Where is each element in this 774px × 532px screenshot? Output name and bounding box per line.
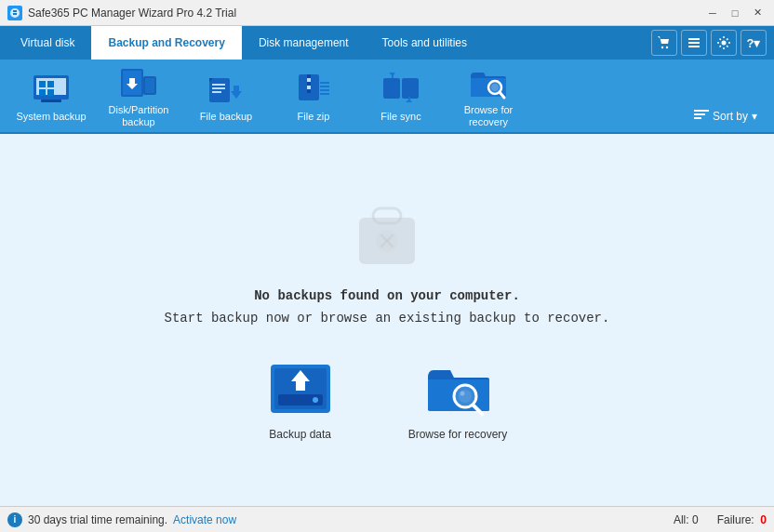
svg-rect-27 [307,74,311,78]
browse-recovery-button[interactable]: Browse for recovery [408,353,508,441]
svg-rect-24 [212,91,221,93]
tab-virtual-disk[interactable]: Virtual disk [4,26,91,60]
toolbar-disk-backup[interactable]: Disk/Partitionbackup [97,62,180,129]
file-backup-icon [207,68,246,107]
list-button[interactable] [681,30,707,56]
file-zip-icon [294,68,333,107]
empty-message-1: No backups found on your computer. [254,288,520,303]
toolbar-system-backup[interactable]: System backup [9,62,93,129]
window-controls: ─ □ ✕ [703,5,767,21]
info-icon: i [7,512,22,527]
failure-value: 0 [760,513,767,526]
browse-recovery-label: Browse forrecovery [464,104,514,128]
svg-rect-28 [307,78,311,82]
file-zip-label: File zip [298,111,330,123]
close-button[interactable]: ✕ [748,5,767,21]
svg-point-1 [661,47,663,48]
tabs-left: Virtual disk Backup and Recovery Disk ma… [4,26,484,60]
activate-link[interactable]: Activate now [173,513,236,526]
toolbar-items: System backup Disk/Partitionbackup [9,60,530,132]
toolbar-browse-recovery[interactable]: Browse forrecovery [447,62,530,129]
titlebar: Safe365 PC Manager Wizard Pro 4.2 Trial … [0,0,774,26]
svg-point-61 [460,392,464,396]
browse-recovery-action-icon [424,353,491,420]
tabbar: Virtual disk Backup and Recovery Disk ma… [0,26,774,60]
app-icon [7,6,22,20]
svg-rect-19 [145,78,154,93]
svg-rect-14 [47,89,54,96]
svg-point-2 [666,47,668,48]
svg-rect-37 [402,78,419,99]
svg-rect-35 [320,93,329,95]
statusbar: i 30 days trial time remaining. Activate… [0,506,774,532]
svg-rect-32 [320,82,329,84]
svg-point-56 [313,397,318,403]
empty-message-2: Start backup now or browse an existing b… [165,311,610,326]
backup-data-icon [267,353,334,420]
titlebar-left: Safe365 PC Manager Wizard Pro 4.2 Trial [7,6,236,20]
svg-rect-36 [383,78,400,99]
system-backup-icon [32,68,71,107]
trial-text: 30 days trial time remaining. [28,513,167,526]
statusbar-left: i 30 days trial time remaining. Activate… [7,512,236,527]
svg-rect-34 [320,89,329,91]
svg-rect-23 [212,87,225,89]
svg-rect-46 [694,113,705,115]
sort-button[interactable]: Sort by ▾ [694,110,765,132]
svg-rect-22 [212,84,225,86]
svg-marker-25 [231,86,242,99]
svg-rect-45 [694,110,709,112]
svg-rect-29 [307,82,311,86]
browse-recovery-icon [469,63,508,100]
tab-backup-recovery[interactable]: Backup and Recovery [91,26,241,60]
action-buttons: Backup data Browse for recovery [267,353,508,441]
svg-rect-31 [307,89,311,93]
toolbar-file-backup[interactable]: File backup [184,62,268,129]
svg-rect-5 [688,46,700,47]
svg-point-60 [459,390,472,403]
system-backup-label: System backup [16,111,86,123]
file-sync-icon [381,68,420,107]
browse-recovery-action-label: Browse for recovery [408,428,508,441]
disk-backup-label: Disk/Partitionbackup [109,104,169,128]
svg-rect-13 [39,89,46,96]
svg-rect-30 [307,86,311,89]
file-sync-label: File sync [380,111,420,123]
svg-rect-4 [688,42,700,44]
svg-rect-39 [392,73,394,78]
tab-disk-management[interactable]: Disk management [242,26,366,60]
tab-tools-utilities[interactable]: Tools and utilities [366,26,484,60]
main-content: No backups found on your computer. Start… [0,134,774,506]
backup-data-button[interactable]: Backup data [267,353,334,441]
svg-rect-47 [694,117,701,119]
all-count: All: 0 [674,513,699,526]
file-backup-label: File backup [200,111,252,123]
disk-backup-icon [119,63,158,100]
statusbar-right: All: 0 Failure: 0 [674,513,767,526]
svg-rect-20 [209,78,230,102]
empty-state-icon [350,199,424,273]
svg-rect-10 [41,100,61,102]
svg-rect-12 [47,81,54,87]
gear-button[interactable] [711,30,737,56]
tabs-right: ?▾ [651,26,770,60]
help-button[interactable]: ?▾ [741,30,767,56]
maximize-button[interactable]: □ [726,5,744,21]
toolbar: System backup Disk/Partitionbackup [0,60,774,134]
backup-data-label: Backup data [269,428,331,441]
svg-rect-11 [39,81,46,87]
toolbar-file-zip[interactable]: File zip [272,62,355,129]
svg-rect-41 [408,97,410,102]
svg-point-6 [722,41,727,46]
minimize-button[interactable]: ─ [703,5,722,21]
cart-button[interactable] [651,30,677,56]
failure-count: Failure: 0 [717,513,767,526]
app-title: Safe365 PC Manager Wizard Pro 4.2 Trial [28,7,236,20]
toolbar-file-sync[interactable]: File sync [359,62,443,129]
svg-rect-9 [45,97,58,100]
svg-point-44 [491,84,499,91]
svg-rect-3 [688,38,700,40]
svg-rect-33 [320,86,329,87]
